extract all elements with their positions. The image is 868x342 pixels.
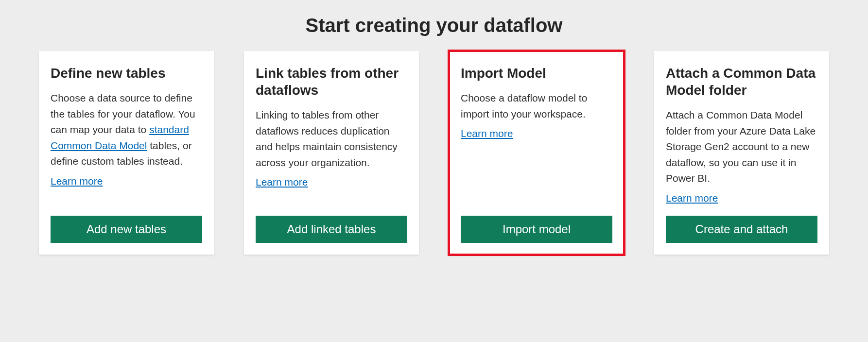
- learn-more-link[interactable]: Learn more: [256, 176, 308, 188]
- learn-more-link[interactable]: Learn more: [666, 192, 718, 204]
- card-title: Link tables from other dataflows: [256, 65, 407, 99]
- cards-container: Define new tables Choose a data source t…: [12, 51, 856, 255]
- card-description: Choose a data source to define the table…: [51, 90, 202, 170]
- card-body: Linking to tables from other dataflows r…: [256, 107, 407, 204]
- card-description: Linking to tables from other dataflows r…: [256, 107, 407, 171]
- card-description: Attach a Common Data Model folder from y…: [666, 107, 817, 187]
- card-body: Choose a data source to define the table…: [51, 90, 202, 204]
- card-title: Import Model: [461, 65, 612, 82]
- learn-more-link[interactable]: Learn more: [51, 175, 103, 187]
- card-import-model: Import Model Choose a dataflow model to …: [449, 51, 624, 255]
- add-linked-tables-button[interactable]: Add linked tables: [256, 216, 407, 243]
- card-body: Attach a Common Data Model folder from y…: [666, 107, 817, 204]
- card-title: Define new tables: [51, 65, 202, 82]
- card-title: Attach a Common Data Model folder: [666, 65, 817, 99]
- card-body: Choose a dataflow model to import into y…: [461, 90, 612, 204]
- card-define-new-tables: Define new tables Choose a data source t…: [39, 51, 214, 255]
- card-attach-cdm-folder: Attach a Common Data Model folder Attach…: [654, 51, 829, 255]
- create-and-attach-button[interactable]: Create and attach: [666, 216, 817, 243]
- import-model-button[interactable]: Import model: [461, 216, 612, 243]
- add-new-tables-button[interactable]: Add new tables: [51, 216, 202, 243]
- card-description: Choose a dataflow model to import into y…: [461, 90, 612, 122]
- learn-more-link[interactable]: Learn more: [461, 128, 513, 139]
- page-title: Start creating your dataflow: [12, 15, 856, 36]
- card-link-tables: Link tables from other dataflows Linking…: [244, 51, 419, 255]
